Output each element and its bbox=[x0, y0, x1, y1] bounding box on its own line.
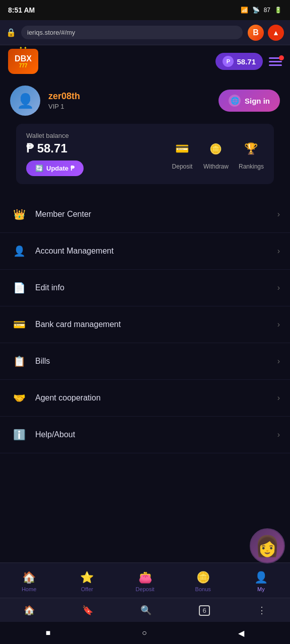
avatar: 👤 bbox=[10, 86, 40, 116]
nav-offer[interactable]: ⭐ Offer bbox=[58, 571, 116, 592]
profile-info: zer08th VIP 1 bbox=[48, 91, 80, 110]
member-center-icon: 👑 bbox=[10, 205, 28, 223]
help-about-label: Help/About bbox=[35, 430, 277, 439]
menu-item-member-center[interactable]: 👑 Member Center › bbox=[0, 196, 290, 233]
withdraw-label: Withdraw bbox=[203, 163, 229, 170]
profile-username: zer08th bbox=[48, 91, 80, 102]
menu-notification-dot bbox=[279, 55, 284, 60]
bottom-nav: 🏠 Home ⭐ Offer 👛 Deposit 🪙 Bonus 👤 My bbox=[0, 562, 290, 598]
android-back-button[interactable]: ◀ bbox=[238, 628, 244, 638]
edit-info-icon: 📄 bbox=[10, 279, 28, 297]
menu-item-account-management[interactable]: 👤 Account Management › bbox=[0, 233, 290, 270]
url-bar[interactable]: ieriqs.store/#/my bbox=[21, 26, 243, 39]
deposit-label: Deposit bbox=[172, 163, 193, 170]
nav-offer-icon: ⭐ bbox=[80, 571, 94, 584]
header-right: P 58.71 bbox=[215, 53, 282, 70]
nav-bonus-icon: 🪙 bbox=[196, 571, 210, 584]
profile-vip: VIP 1 bbox=[48, 103, 80, 110]
browser-home-button[interactable]: 🏠 bbox=[24, 605, 35, 616]
member-center-label: Member Center bbox=[35, 210, 277, 219]
menu-item-help-about[interactable]: ℹ️ Help/About › bbox=[0, 417, 290, 453]
android-square-button[interactable]: ■ bbox=[46, 628, 51, 637]
signin-globe-icon: 🌐 bbox=[229, 95, 241, 107]
nav-my[interactable]: 👤 My bbox=[232, 571, 290, 592]
status-icons: 📶 📡 87 🔋 bbox=[241, 7, 282, 14]
nav-home-label: Home bbox=[22, 586, 36, 592]
battery-label: 87 bbox=[264, 7, 270, 14]
browser-toolbar: 🏠 🔖 🔍 6 ⋮ bbox=[0, 598, 290, 622]
update-label: Update ₱ bbox=[46, 165, 75, 172]
wallet-left: Wallet balance ₱ 58.71 🔄 Update ₱ bbox=[26, 132, 84, 176]
bills-label: Bills bbox=[35, 357, 277, 366]
browser-tabs-button[interactable]: 6 bbox=[199, 605, 209, 615]
menu-item-bank-card[interactable]: 💳 Bank card management › bbox=[0, 306, 290, 343]
deposit-action[interactable]: 💳 Deposit bbox=[171, 138, 193, 170]
logo-777: 777 bbox=[19, 63, 28, 68]
refresh-icon: 🔄 bbox=[35, 165, 43, 172]
balance-chip[interactable]: P 58.71 bbox=[215, 53, 263, 70]
peso-icon: P bbox=[223, 56, 234, 67]
agent-cooperation-chevron: › bbox=[277, 393, 280, 403]
bank-card-label: Bank card management bbox=[35, 320, 277, 329]
member-center-chevron: › bbox=[277, 210, 280, 219]
profile-left: 👤 zer08th VIP 1 bbox=[10, 86, 80, 116]
floating-avatar[interactable]: 👩 bbox=[250, 528, 285, 564]
wallet-actions: 💳 Deposit 🪙 Withdraw 🏆 Rankings bbox=[171, 138, 264, 170]
wallet-amount: ₱ 58.71 bbox=[26, 141, 84, 155]
withdraw-icon: 🪙 bbox=[205, 138, 227, 160]
nav-bonus[interactable]: 🪙 Bonus bbox=[174, 571, 232, 592]
rankings-action[interactable]: 🏆 Rankings bbox=[239, 138, 264, 170]
wallet-value: 58.71 bbox=[37, 141, 67, 155]
rankings-icon: 🏆 bbox=[240, 138, 262, 160]
browser-search-button[interactable]: 🔍 bbox=[140, 605, 152, 616]
warning-icon[interactable] bbox=[268, 25, 284, 41]
menu-item-agent-cooperation[interactable]: 🤝 Agent cooperation › bbox=[0, 380, 290, 417]
nav-home-icon: 🏠 bbox=[22, 571, 36, 584]
balance-amount: 58.71 bbox=[237, 57, 256, 66]
menu-item-bills[interactable]: 📋 Bills › bbox=[0, 343, 290, 380]
menu-line-2 bbox=[269, 61, 282, 62]
agent-cooperation-label: Agent cooperation bbox=[35, 393, 277, 403]
account-management-label: Account Management bbox=[35, 247, 277, 256]
menu-line-3 bbox=[269, 64, 282, 66]
bank-card-icon: 💳 bbox=[10, 315, 28, 334]
bills-icon: 📋 bbox=[10, 352, 28, 370]
nav-bonus-label: Bonus bbox=[195, 586, 211, 592]
brave-icon[interactable]: B bbox=[248, 25, 264, 41]
nav-my-label: My bbox=[257, 586, 265, 592]
logo-shield: ✦ ✦ DBX 777 bbox=[8, 49, 38, 74]
floating-avatar-image: 👩 bbox=[255, 534, 280, 558]
wallet-label: Wallet balance bbox=[26, 132, 84, 139]
agent-cooperation-icon: 🤝 bbox=[10, 389, 28, 407]
profile-section: 👤 zer08th VIP 1 🌐 Sign in bbox=[0, 77, 290, 124]
edit-info-chevron: › bbox=[277, 283, 280, 292]
browser-bookmark-button[interactable]: 🔖 bbox=[82, 605, 93, 616]
wallet-peso-sign: ₱ bbox=[26, 141, 34, 155]
logo-text: DBX bbox=[15, 55, 32, 63]
update-button[interactable]: 🔄 Update ₱ bbox=[26, 160, 84, 176]
android-home-button[interactable]: ○ bbox=[142, 628, 147, 637]
nav-deposit-icon: 👛 bbox=[138, 571, 152, 584]
signin-label: Sign in bbox=[245, 97, 270, 105]
nav-deposit-label: Deposit bbox=[135, 586, 154, 592]
menu-item-edit-info[interactable]: 📄 Edit info › bbox=[0, 270, 290, 306]
withdraw-action[interactable]: 🪙 Withdraw bbox=[203, 138, 229, 170]
browser-more-button[interactable]: ⋮ bbox=[257, 605, 266, 616]
browser-bar: 🔒 ieriqs.store/#/my B bbox=[0, 20, 290, 45]
nav-my-icon: 👤 bbox=[254, 571, 268, 584]
menu-list: 👑 Member Center › 👤 Account Management ›… bbox=[0, 192, 290, 562]
nav-deposit[interactable]: 👛 Deposit bbox=[116, 571, 174, 592]
help-about-chevron: › bbox=[277, 430, 280, 439]
wallet-wrapper: Wallet balance ₱ 58.71 🔄 Update ₱ 💳 Depo… bbox=[0, 124, 290, 192]
nav-home[interactable]: 🏠 Home bbox=[0, 571, 58, 592]
bills-chevron: › bbox=[277, 357, 280, 366]
signin-button[interactable]: 🌐 Sign in bbox=[219, 90, 280, 112]
help-about-icon: ℹ️ bbox=[10, 426, 28, 444]
menu-button[interactable] bbox=[269, 57, 282, 66]
account-management-chevron: › bbox=[277, 247, 280, 256]
status-bar: 8:51 AM 📶 📡 87 🔋 bbox=[0, 0, 290, 20]
bank-card-chevron: › bbox=[277, 320, 280, 329]
deposit-icon: 💳 bbox=[171, 138, 193, 160]
nav-offer-label: Offer bbox=[81, 586, 93, 592]
app-logo: ✦ ✦ DBX 777 bbox=[8, 49, 38, 74]
